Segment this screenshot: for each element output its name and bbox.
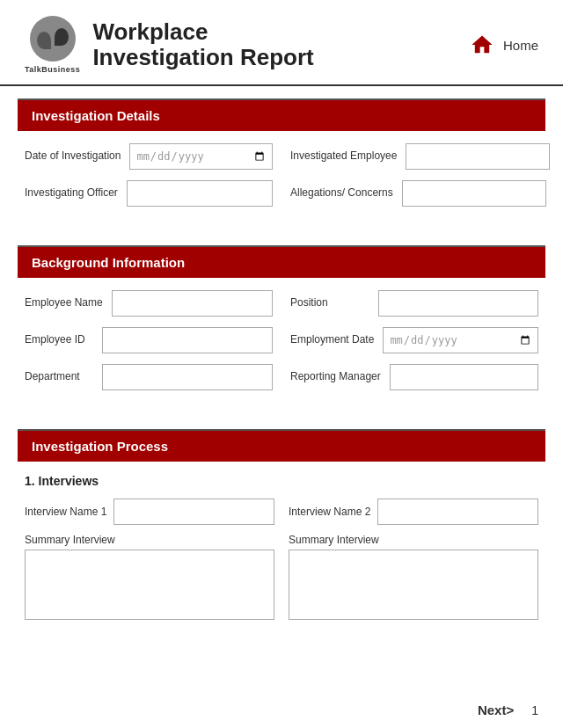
interview-name-2-label: Interview Name 2 [289, 506, 370, 518]
interview-name-2-input[interactable] [377, 499, 538, 525]
logo-icon [30, 16, 76, 62]
allegations-concerns-group: Allegations/ Concerns [282, 180, 538, 207]
investigation-details-header: Investigation Details [18, 100, 545, 131]
home-label: Home [503, 38, 538, 53]
background-row-1: Employee Name Position [25, 290, 538, 317]
date-of-investigation-label: Date of Investigation [25, 149, 121, 164]
summary-interviews-row: Summary Interview Summary Interview [25, 534, 538, 622]
date-of-investigation-input[interactable] [129, 143, 273, 170]
interview-names-row: Interview Name 1 Interview Name 2 [25, 499, 538, 525]
title-line2: Investigation Report [92, 44, 313, 70]
investigating-officer-input[interactable] [127, 180, 273, 207]
employee-id-group: Employee ID [25, 327, 282, 353]
summary-interview-1-textarea[interactable] [25, 550, 274, 620]
investigation-row-2: Investigating Officer Allegations/ Conce… [25, 180, 538, 207]
employee-name-group: Employee Name [25, 290, 282, 317]
employee-id-input[interactable] [102, 327, 273, 353]
home-button[interactable]: Home [468, 31, 538, 59]
logo-wrapper: TalkBusiness [25, 16, 80, 74]
logo-bold: Business [41, 65, 80, 74]
next-button[interactable]: Next> [478, 703, 514, 717]
reporting-manager-input[interactable] [390, 364, 538, 390]
interview-name-1-label: Interview Name 1 [25, 506, 106, 518]
date-of-investigation-group: Date of Investigation [25, 143, 282, 170]
interview-name-2-group: Interview Name 2 [289, 499, 538, 525]
background-information-body: Employee Name Position Employee ID Emplo… [0, 278, 563, 417]
interview-name-1-input[interactable] [113, 499, 274, 525]
department-label: Department [25, 370, 93, 384]
page-title: Workplace Investigation Report [92, 19, 313, 69]
summary-interview-2-group: Summary Interview [289, 534, 538, 622]
interviews-subsection-title: 1. Interviews [25, 474, 538, 488]
interview-name-1-group: Interview Name 1 [25, 499, 274, 525]
title-line1: Workplace [92, 18, 208, 45]
page-footer: Next> 1 [478, 703, 538, 717]
department-input[interactable] [102, 364, 273, 390]
reporting-manager-group: Reporting Manager [282, 364, 538, 390]
investigating-officer-group: Investigating Officer [25, 180, 282, 207]
background-row-2: Employee ID Employment Date [25, 327, 538, 353]
employee-id-label: Employee ID [25, 333, 93, 347]
employee-name-label: Employee Name [25, 296, 103, 310]
page-number: 1 [531, 703, 538, 717]
summary-interview-1-label: Summary Interview [25, 534, 274, 546]
employment-date-group: Employment Date [282, 327, 538, 353]
investigation-process-body: 1. Interviews Interview Name 1 Interview… [0, 462, 563, 638]
investigation-process-header: Investigation Process [18, 431, 545, 462]
logo-bubble-left [37, 32, 51, 49]
header-left: TalkBusiness Workplace Investigation Rep… [25, 16, 314, 74]
page-header: TalkBusiness Workplace Investigation Rep… [0, 0, 563, 86]
background-row-3: Department Reporting Manager [25, 364, 538, 390]
department-group: Department [25, 364, 282, 390]
employment-date-input[interactable] [383, 327, 538, 353]
employment-date-label: Employment Date [290, 333, 374, 347]
position-label: Position [290, 296, 369, 310]
allegations-concerns-label: Allegations/ Concerns [290, 186, 393, 200]
investigation-row-1: Date of Investigation Investigated Emplo… [25, 143, 538, 170]
summary-interview-2-label: Summary Interview [289, 534, 538, 546]
background-information-header: Background Information [18, 247, 545, 278]
investigating-officer-label: Investigating Officer [25, 186, 118, 200]
reporting-manager-label: Reporting Manager [290, 370, 381, 384]
investigated-employee-input[interactable] [406, 143, 550, 170]
position-input[interactable] [378, 290, 538, 317]
summary-interview-1-group: Summary Interview [25, 534, 274, 622]
home-icon [468, 31, 496, 59]
allegations-concerns-input[interactable] [402, 180, 546, 207]
employee-name-input[interactable] [112, 290, 273, 317]
logo-bubble-right [55, 28, 69, 46]
investigation-details-body: Date of Investigation Investigated Emplo… [0, 131, 563, 233]
position-group: Position [282, 290, 538, 317]
summary-interview-2-textarea[interactable] [289, 550, 538, 620]
investigated-employee-label: Investigated Employee [290, 149, 397, 164]
investigated-employee-group: Investigated Employee [282, 143, 538, 170]
logo-text: TalkBusiness [25, 65, 80, 74]
